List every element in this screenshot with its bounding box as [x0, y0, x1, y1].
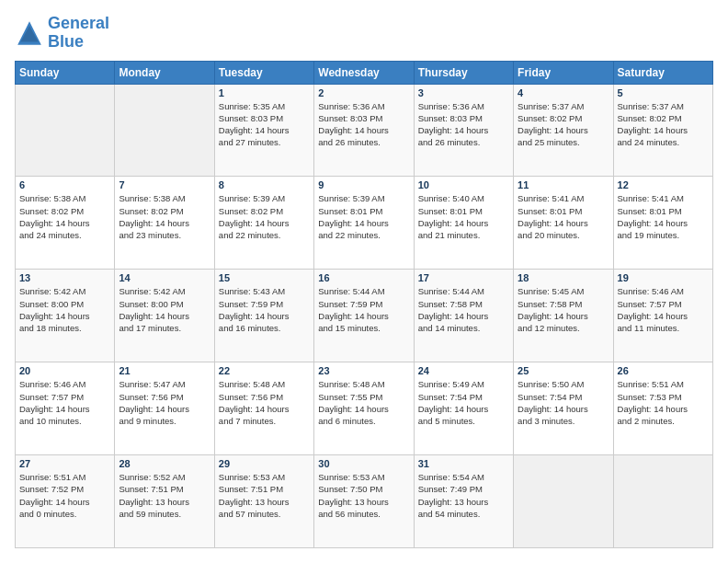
- cell-text: Sunset: 8:01 PM: [618, 205, 709, 217]
- cell-text: Daylight: 14 hours: [318, 217, 409, 229]
- cell-text: Daylight: 14 hours: [618, 310, 709, 322]
- cell-text: and 11 minutes.: [618, 322, 709, 334]
- cell-text: Daylight: 14 hours: [418, 124, 509, 136]
- cell-text: and 26 minutes.: [418, 136, 509, 148]
- calendar-table: SundayMondayTuesdayWednesdayThursdayFrid…: [15, 61, 713, 548]
- cell-text: and 3 minutes.: [518, 415, 609, 427]
- day-cell: 1Sunrise: 5:35 AMSunset: 8:03 PMDaylight…: [214, 84, 313, 177]
- day-cell: 25Sunrise: 5:50 AMSunset: 7:54 PMDayligh…: [514, 362, 613, 455]
- day-number: 19: [618, 272, 709, 283]
- day-number: 11: [518, 179, 609, 190]
- day-header-friday: Friday: [514, 61, 613, 84]
- day-cell: 24Sunrise: 5:49 AMSunset: 7:54 PMDayligh…: [414, 362, 513, 455]
- logo-icon: [15, 18, 44, 48]
- cell-text: Sunrise: 5:35 AM: [219, 100, 310, 112]
- logo-text: General Blue: [48, 15, 109, 52]
- day-number: 7: [119, 179, 210, 190]
- cell-text: Daylight: 14 hours: [318, 124, 409, 136]
- cell-text: and 16 minutes.: [219, 322, 310, 334]
- cell-text: Daylight: 14 hours: [19, 217, 110, 229]
- day-header-sunday: Sunday: [16, 61, 115, 84]
- cell-text: Sunrise: 5:36 AM: [318, 100, 409, 112]
- day-number: 26: [618, 365, 709, 376]
- cell-text: Daylight: 14 hours: [418, 217, 509, 229]
- cell-text: and 24 minutes.: [19, 229, 110, 241]
- page: General Blue SundayMondayTuesdayWednesda…: [0, 0, 728, 563]
- day-number: 31: [418, 458, 509, 469]
- cell-text: Sunrise: 5:44 AM: [318, 285, 409, 297]
- cell-text: Sunrise: 5:37 AM: [518, 100, 609, 112]
- cell-text: Sunrise: 5:42 AM: [119, 285, 210, 297]
- day-cell: 18Sunrise: 5:45 AMSunset: 7:58 PMDayligh…: [514, 270, 613, 362]
- day-cell: 19Sunrise: 5:46 AMSunset: 7:57 PMDayligh…: [613, 270, 712, 362]
- day-number: 1: [219, 87, 310, 98]
- cell-text: Daylight: 14 hours: [119, 310, 210, 322]
- cell-text: Sunset: 7:49 PM: [418, 483, 509, 495]
- day-number: 23: [318, 365, 409, 376]
- day-cell: [613, 455, 712, 548]
- day-cell: 30Sunrise: 5:53 AMSunset: 7:50 PMDayligh…: [314, 455, 414, 548]
- cell-text: Sunset: 7:58 PM: [518, 298, 609, 310]
- day-number: 13: [19, 272, 110, 283]
- day-number: 24: [418, 365, 509, 376]
- logo: General Blue: [15, 15, 109, 52]
- cell-text: Sunrise: 5:48 AM: [318, 378, 409, 390]
- cell-text: Sunset: 8:02 PM: [618, 112, 709, 124]
- cell-text: Sunrise: 5:51 AM: [19, 471, 110, 483]
- cell-text: and 22 minutes.: [318, 229, 409, 241]
- cell-text: Daylight: 13 hours: [119, 496, 210, 508]
- cell-text: and 19 minutes.: [618, 229, 709, 241]
- week-row-5: 27Sunrise: 5:51 AMSunset: 7:52 PMDayligh…: [16, 455, 713, 548]
- day-cell: 9Sunrise: 5:39 AMSunset: 8:01 PMDaylight…: [314, 177, 414, 270]
- cell-text: Daylight: 14 hours: [219, 124, 310, 136]
- week-row-1: 1Sunrise: 5:35 AMSunset: 8:03 PMDaylight…: [16, 84, 713, 177]
- day-number: 30: [318, 458, 409, 469]
- day-number: 6: [19, 179, 110, 190]
- cell-text: and 24 minutes.: [618, 136, 709, 148]
- cell-text: and 15 minutes.: [318, 322, 409, 334]
- cell-text: Sunrise: 5:38 AM: [19, 192, 110, 204]
- cell-text: Daylight: 14 hours: [418, 310, 509, 322]
- day-cell: 20Sunrise: 5:46 AMSunset: 7:57 PMDayligh…: [16, 362, 115, 455]
- cell-text: and 17 minutes.: [119, 322, 210, 334]
- cell-text: Sunset: 8:02 PM: [119, 205, 210, 217]
- cell-text: Daylight: 13 hours: [219, 496, 310, 508]
- cell-text: Sunset: 7:58 PM: [418, 298, 509, 310]
- week-row-3: 13Sunrise: 5:42 AMSunset: 8:00 PMDayligh…: [16, 270, 713, 362]
- cell-text: and 0 minutes.: [19, 508, 110, 520]
- cell-text: Sunrise: 5:54 AM: [418, 471, 509, 483]
- day-cell: 14Sunrise: 5:42 AMSunset: 8:00 PMDayligh…: [115, 270, 214, 362]
- cell-text: Daylight: 14 hours: [418, 403, 509, 415]
- day-number: 20: [19, 365, 110, 376]
- cell-text: Sunrise: 5:41 AM: [518, 192, 609, 204]
- cell-text: and 56 minutes.: [318, 508, 409, 520]
- day-cell: 17Sunrise: 5:44 AMSunset: 7:58 PMDayligh…: [414, 270, 513, 362]
- day-number: 15: [219, 272, 310, 283]
- cell-text: Sunrise: 5:43 AM: [219, 285, 310, 297]
- cell-text: Sunset: 7:53 PM: [618, 391, 709, 403]
- cell-text: Sunset: 7:56 PM: [119, 391, 210, 403]
- cell-text: Sunset: 7:52 PM: [19, 483, 110, 495]
- cell-text: and 18 minutes.: [19, 322, 110, 334]
- cell-text: and 27 minutes.: [219, 136, 310, 148]
- cell-text: Sunrise: 5:46 AM: [618, 285, 709, 297]
- cell-text: Sunset: 8:03 PM: [318, 112, 409, 124]
- cell-text: Daylight: 14 hours: [518, 403, 609, 415]
- day-cell: 5Sunrise: 5:37 AMSunset: 8:02 PMDaylight…: [613, 84, 712, 177]
- cell-text: Sunrise: 5:47 AM: [119, 378, 210, 390]
- cell-text: Sunset: 7:54 PM: [518, 391, 609, 403]
- day-header-tuesday: Tuesday: [214, 61, 313, 84]
- cell-text: Sunrise: 5:53 AM: [219, 471, 310, 483]
- day-cell: [514, 455, 613, 548]
- day-cell: 4Sunrise: 5:37 AMSunset: 8:02 PMDaylight…: [514, 84, 613, 177]
- cell-text: Sunrise: 5:41 AM: [618, 192, 709, 204]
- day-cell: 16Sunrise: 5:44 AMSunset: 7:59 PMDayligh…: [314, 270, 414, 362]
- cell-text: Sunrise: 5:37 AM: [618, 100, 709, 112]
- day-number: 8: [219, 179, 310, 190]
- day-number: 4: [518, 87, 609, 98]
- cell-text: Sunrise: 5:36 AM: [418, 100, 509, 112]
- cell-text: and 2 minutes.: [618, 415, 709, 427]
- cell-text: Daylight: 14 hours: [518, 310, 609, 322]
- day-number: 27: [19, 458, 110, 469]
- cell-text: Sunrise: 5:51 AM: [618, 378, 709, 390]
